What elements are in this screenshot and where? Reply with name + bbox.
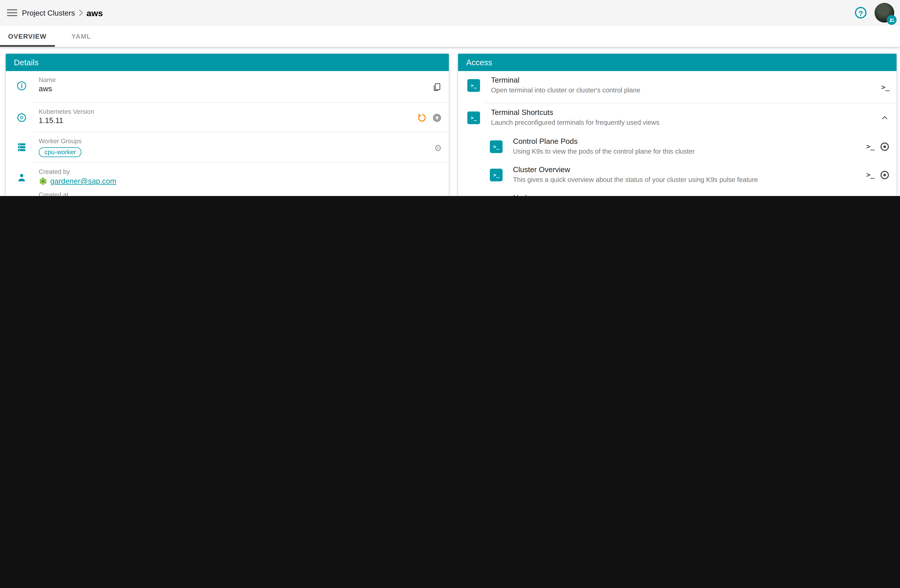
gardener-dashboard: Project Clusters aws ? OVERVIEW YAML Det…: [0, 0, 900, 196]
access-row-terminal[interactable]: >_ Terminal Open terminal into cluster o…: [458, 71, 897, 103]
info-icon: [14, 79, 28, 92]
terminal-title: Terminal: [491, 76, 871, 85]
k8s-version-value: 1.15.11: [39, 116, 424, 125]
launch-terminal-icon[interactable]: >_: [866, 143, 875, 150]
help-icon[interactable]: ?: [855, 7, 866, 19]
tab-overview[interactable]: OVERVIEW: [0, 25, 55, 47]
page-title: aws: [87, 8, 103, 18]
terminal-icon: >_: [489, 140, 503, 154]
shortcut-title: Cluster Overview: [513, 165, 871, 174]
details-row-worker-groups: Worker Groups cpu-worker ⚙: [6, 132, 449, 163]
kubernetes-icon: [14, 110, 28, 124]
app-bar: Project Clusters aws ?: [0, 0, 900, 25]
avatar[interactable]: [875, 3, 894, 23]
person-icon: [14, 171, 28, 184]
created-by-label: Created by: [39, 168, 424, 175]
copy-icon[interactable]: [432, 82, 442, 92]
menu-icon[interactable]: [7, 9, 17, 16]
chevron-up-icon[interactable]: [880, 113, 890, 123]
access-card-header: Access: [458, 54, 897, 71]
terminal-icon: >_: [489, 168, 503, 182]
details-card: Details Name aws Kubernetes Version 1.15…: [6, 54, 449, 196]
worker-groups-icon: [14, 140, 28, 154]
details-row-name: Name aws: [6, 71, 449, 103]
tab-bar: OVERVIEW YAML: [0, 25, 900, 47]
terminal-icon: >_: [467, 111, 481, 125]
gardener-logo-icon: [39, 177, 47, 185]
worker-groups-label: Worker Groups: [39, 137, 424, 145]
k8s-version-label: Kubernetes Version: [39, 107, 424, 116]
chevron-right-icon: [78, 9, 83, 16]
eye-icon[interactable]: [880, 170, 890, 180]
shortcut-control-plane-pods[interactable]: >_ Control Plane Pods Using K9s to view …: [458, 132, 897, 161]
details-row-k8s-version: Kubernetes Version 1.15.11: [6, 103, 449, 132]
terminal-desc: Open terminal into cluster or cluster's …: [491, 86, 871, 94]
tab-yaml[interactable]: YAML: [55, 25, 108, 47]
open-terminal-icon[interactable]: >_: [881, 83, 890, 91]
shortcut-cluster-overview[interactable]: >_ Cluster Overview This gives a quick o…: [458, 161, 897, 189]
shortcut-title: Nodes: [513, 194, 871, 196]
created-at-label: Created at: [39, 191, 424, 196]
details-row-created: Created by gardener@sap.com Created at 2…: [6, 163, 449, 196]
shortcut-desc: Using K9s to view the pods of the contro…: [513, 147, 871, 155]
access-card: Access >_ Terminal Open terminal into cl…: [458, 54, 897, 196]
details-card-header: Details: [6, 54, 449, 71]
worker-group-chip[interactable]: cpu-worker: [39, 147, 82, 157]
terminal-shortcuts-title: Terminal Shortcuts: [491, 108, 871, 117]
launch-terminal-icon[interactable]: >_: [866, 171, 875, 179]
shortcut-desc: This gives a quick overview about the st…: [513, 175, 871, 184]
terminal-shortcuts-desc: Launch preconfigured terminals for frequ…: [491, 118, 871, 127]
breadcrumb[interactable]: Project Clusters: [22, 8, 75, 17]
update-available-icon[interactable]: [417, 113, 427, 123]
eye-icon[interactable]: [880, 141, 890, 151]
upgrade-icon[interactable]: [432, 113, 442, 123]
shortcut-title: Control Plane Pods: [513, 137, 871, 146]
gear-icon[interactable]: ⚙: [434, 143, 442, 152]
created-by-link[interactable]: gardener@sap.com: [50, 177, 116, 185]
account-badge-icon: [887, 15, 897, 25]
name-value: aws: [39, 84, 424, 93]
terminal-icon: >_: [467, 79, 481, 92]
shortcut-nodes[interactable]: >_ Nodes View the nodes for this cluster…: [458, 189, 897, 196]
name-label: Name: [39, 76, 424, 84]
access-row-terminal-shortcuts[interactable]: >_ Terminal Shortcuts Launch preconfigur…: [458, 103, 897, 132]
